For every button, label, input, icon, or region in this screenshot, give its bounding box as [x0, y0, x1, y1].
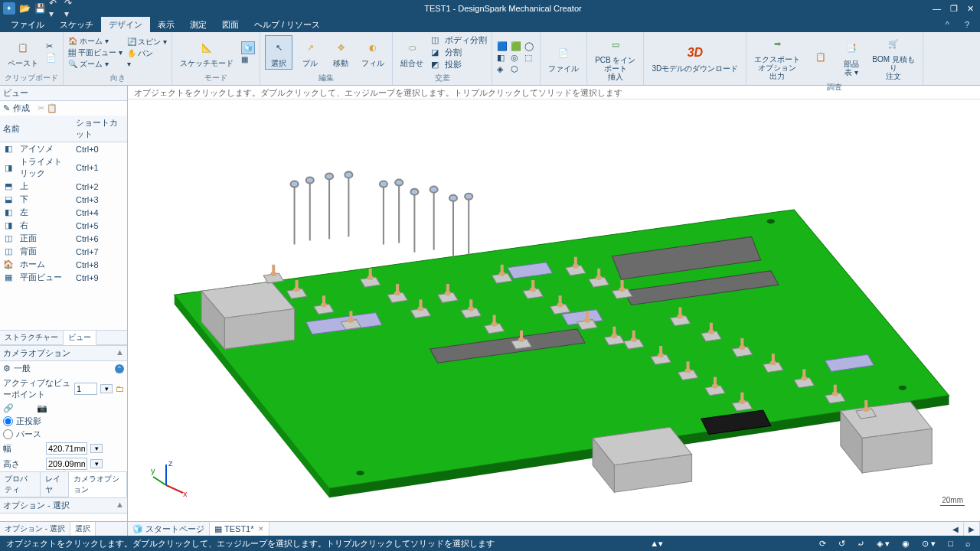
3d-canvas[interactable]: z x y 20mm	[128, 99, 980, 521]
tab-file[interactable]: ファイル	[3, 17, 52, 32]
pan-button[interactable]: ✋ パン	[127, 48, 168, 59]
cut-button[interactable]: ✂	[46, 41, 57, 52]
view-icon: ◫	[0, 245, 17, 258]
tab-display[interactable]: 表示	[150, 17, 182, 32]
tabs-scroll-left[interactable]: ◀	[948, 522, 964, 536]
status-icon-6[interactable]: ⊙ ▾	[919, 539, 939, 549]
bom-clip-button[interactable]: 📋	[808, 46, 834, 69]
zoom-button[interactable]: 🔍 ズーム ▾	[68, 59, 122, 70]
move-button[interactable]: ✥ 移動	[328, 36, 354, 69]
tab-properties[interactable]: プロパティ	[0, 472, 41, 497]
col-name[interactable]: 名前	[0, 116, 73, 142]
general-row[interactable]: ⚙ 一般 ^	[0, 361, 127, 376]
tab-select[interactable]: 選択	[70, 522, 96, 536]
undo-icon[interactable]: ↶ ▾	[49, 2, 61, 15]
view-row[interactable]: 🏠ホームCtrl+8	[0, 258, 127, 271]
doc-tab-test1[interactable]: ▦ TEST1* ✕	[210, 522, 270, 536]
tabs-scroll-right[interactable]: ▶	[964, 522, 980, 536]
height-drop[interactable]: ▾	[90, 459, 103, 468]
close-tab-icon[interactable]: ✕	[258, 525, 264, 533]
view-shortcut: Ctrl+3	[73, 193, 127, 206]
fill-button[interactable]: ◐ フィル	[358, 36, 387, 69]
minimize-button[interactable]: —	[929, 4, 944, 14]
status-icon-1[interactable]: ⟳	[816, 539, 829, 549]
tab-sketch[interactable]: スケッチ	[52, 17, 101, 32]
tab-help[interactable]: ヘルプ / リソース	[247, 17, 328, 32]
orient-more-button[interactable]: ▾	[127, 60, 168, 68]
viewpoint-lock-icon[interactable]: 🗀	[116, 384, 124, 393]
view-shortcut: Ctrl+8	[73, 258, 127, 271]
status-icon-5[interactable]: ◉	[899, 539, 913, 549]
status-zoom-icon[interactable]: ⌕	[962, 539, 974, 548]
camera-icon[interactable]: 📷	[37, 403, 47, 413]
maximize-button[interactable]: ❐	[947, 4, 961, 14]
misc-3-button[interactable]: ◈⬡	[497, 64, 535, 75]
view-row[interactable]: ◨右Ctrl+5	[0, 219, 127, 232]
status-icon-2[interactable]: ↺	[835, 539, 848, 549]
save-icon[interactable]: 💾	[34, 2, 46, 15]
split-body-button[interactable]: ◫ボディ分割	[431, 34, 487, 46]
mode-section-button[interactable]: ▦	[241, 55, 255, 64]
collapse-icon[interactable]: ^	[115, 364, 124, 373]
spin-button[interactable]: 🔄 スピン ▾	[127, 37, 168, 47]
tab-camera-options[interactable]: カメラオプション	[69, 472, 128, 497]
ribbon-collapse-icon[interactable]: ^	[938, 17, 957, 32]
status-icon-3[interactable]: ⤾	[854, 539, 867, 549]
pcb-import-button[interactable]: ▭ PCB をイン ポート 挿入	[592, 33, 639, 83]
doc-icon: ▦	[214, 524, 222, 534]
viewpoint-input[interactable]	[74, 383, 97, 395]
svg-line-93	[153, 477, 166, 485]
proj-persp-radio[interactable]: パース	[0, 428, 127, 441]
height-input[interactable]	[46, 458, 87, 470]
tab-drawing[interactable]: 図面	[214, 17, 247, 32]
view-row[interactable]: ▦平面ビューCtrl+9	[0, 271, 127, 284]
misc-2-button[interactable]: ◧◎⬚	[497, 53, 535, 64]
export-options-button[interactable]: ➡ エクスポート オプション 出力	[751, 32, 803, 82]
view-row[interactable]: ⬓下Ctrl+3	[0, 193, 127, 206]
view-row[interactable]: ◨トライメトリックCtrl+1	[0, 155, 127, 180]
tab-options-select[interactable]: オプション - 選択	[0, 522, 70, 536]
mode-3d-button[interactable]: 🧊	[241, 41, 255, 54]
status-icon-4[interactable]: ◈ ▾	[874, 539, 893, 549]
tab-layers[interactable]: レイヤ	[41, 472, 69, 497]
split-button[interactable]: ◪分割	[431, 47, 487, 58]
paste-button[interactable]: 📋 ペースト	[5, 36, 41, 69]
tab-design[interactable]: デザイン	[101, 17, 150, 32]
view-row[interactable]: ⬒上Ctrl+2	[0, 180, 127, 193]
home-view-button[interactable]: 🏠 ホーム ▾	[68, 36, 122, 47]
project-button[interactable]: ◩投影	[431, 59, 487, 70]
create-row[interactable]: ✎ 作成 ✂ 📋	[0, 101, 127, 116]
file-button[interactable]: 📄 ファイル	[545, 41, 582, 74]
view-row[interactable]: ◧左Ctrl+4	[0, 206, 127, 219]
view-row[interactable]: ◫背面Ctrl+7	[0, 245, 127, 258]
select-button[interactable]: ↖ 選択	[265, 35, 292, 70]
doc-tab-start[interactable]: 🧊 スタートページ	[128, 522, 210, 536]
download-3d-button[interactable]: 3D 3Dモデルのダウンロード	[648, 41, 741, 74]
copy-button[interactable]: 📄	[46, 53, 57, 64]
misc-1-button[interactable]: 🟦🟩◯	[497, 41, 535, 52]
col-shortcut[interactable]: ショートカット	[73, 116, 127, 142]
proj-ortho-radio[interactable]: 正投影	[0, 415, 127, 428]
status-icon-7[interactable]: □	[945, 539, 956, 548]
bom-button[interactable]: 📑 部品 表 ▾	[838, 37, 864, 78]
redo-icon[interactable]: ↷ ▾	[64, 2, 77, 15]
combine-button[interactable]: ⬭ 組合せ	[397, 36, 426, 69]
plan-view-button[interactable]: ▦ 平面ビュー ▾	[68, 47, 122, 58]
view-row[interactable]: ◧アイソメCtrl+0	[0, 142, 127, 156]
tab-measure[interactable]: 測定	[182, 17, 214, 32]
pull-button[interactable]: ↗ プル	[297, 36, 323, 69]
help-icon[interactable]: ?	[957, 17, 977, 32]
close-button[interactable]: ✕	[964, 4, 977, 14]
viewpoint-drop-button[interactable]: ▾	[100, 384, 113, 393]
open-icon[interactable]: 📂	[18, 2, 31, 15]
status-updown-icon[interactable]: ▲▾	[647, 539, 666, 549]
link-icon[interactable]: 🔗	[3, 403, 14, 413]
bom-order-button[interactable]: 🛒 BOM 見積も り 注文	[869, 32, 918, 82]
view-row[interactable]: ◫正面Ctrl+6	[0, 232, 127, 245]
sketch-mode-button[interactable]: 📐 スケッチモード	[177, 36, 237, 69]
tab-structure[interactable]: ストラクチャー	[0, 331, 64, 344]
active-viewpoint-row: アクティブなビューポイント ▾ 🗀	[0, 376, 127, 402]
tab-view[interactable]: ビュー	[64, 331, 96, 345]
width-input[interactable]	[46, 442, 87, 455]
width-drop[interactable]: ▾	[90, 444, 103, 453]
